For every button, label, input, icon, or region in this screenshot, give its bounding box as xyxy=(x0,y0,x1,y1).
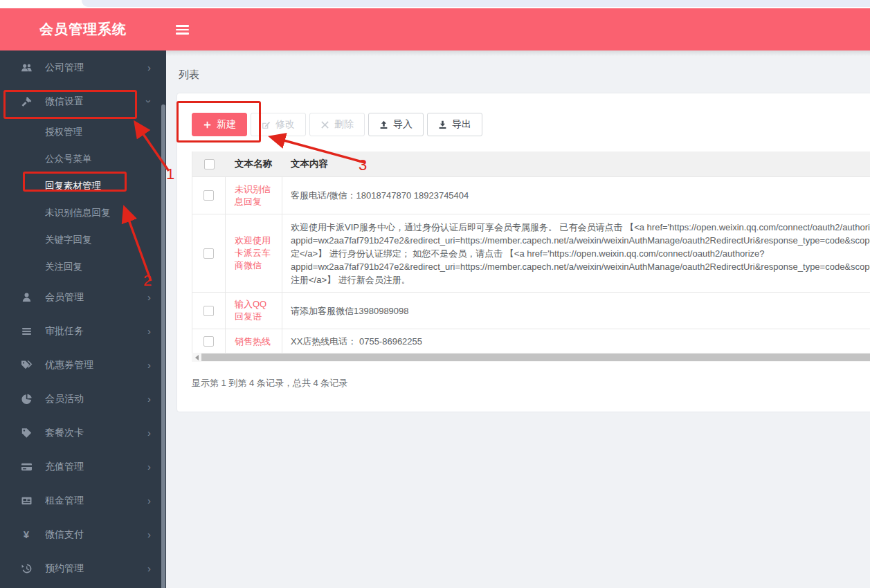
sidebar-submenu: 授权管理公众号菜单回复素材管理未识别信息回复关键字回复关注回复 xyxy=(0,118,166,280)
row-checkbox[interactable] xyxy=(203,306,214,316)
sidebar-menu: 公司管理›微信设置›授权管理公众号菜单回复素材管理未识别信息回复关键字回复关注回… xyxy=(0,50,166,585)
tag-icon xyxy=(20,428,33,439)
sidebar-item-label: 优惠券管理 xyxy=(45,359,93,371)
reply-material-table: 文本名称文本内容未识别信息回复客服电话/微信：18018747870 18923… xyxy=(192,151,870,354)
column-header-label: 文本名称 xyxy=(235,158,272,170)
chevron-right-icon: › xyxy=(147,394,151,404)
cell-text-name: 未识别信息回复 xyxy=(226,177,282,214)
text-name-link[interactable]: 未识别信息回复 xyxy=(235,183,273,208)
row-checkbox-cell xyxy=(192,214,226,292)
tags-icon xyxy=(20,360,33,371)
sidebar-subitem[interactable]: 未识别信息回复 xyxy=(0,199,166,226)
column-header-name: 文本名称 xyxy=(226,158,282,170)
import-icon xyxy=(379,120,388,129)
row-checkbox[interactable] xyxy=(203,248,214,259)
text-name-link[interactable]: 销售热线 xyxy=(235,336,271,348)
header-checkbox-cell xyxy=(192,159,226,169)
button-label: 导入 xyxy=(393,118,413,131)
chevron-right-icon: › xyxy=(147,326,151,336)
toolbar: 新建修改删除导入导出 xyxy=(192,113,482,136)
sidebar-item-label: 公司管理 xyxy=(45,62,84,74)
button-label: 新建 xyxy=(217,118,236,131)
sidebar-item-label: 微信设置 xyxy=(45,95,84,108)
x-icon xyxy=(320,120,329,129)
hamburger-menu-icon[interactable] xyxy=(176,25,189,35)
sidebar-item-7[interactable]: 套餐次卡› xyxy=(0,416,166,450)
sidebar-item-2[interactable]: 微信设置› xyxy=(0,84,166,118)
cell-text-name: 欢迎使用卡派云车商微信 xyxy=(226,214,282,292)
text-name-link[interactable]: 欢迎使用卡派云车商微信 xyxy=(235,235,273,272)
row-checkbox-cell xyxy=(192,177,226,214)
export-button[interactable]: 导出 xyxy=(427,113,482,136)
chevron-right-icon: › xyxy=(147,292,151,302)
table-row: 输入QQ回复语请添加客服微信13980989098 xyxy=(192,293,870,329)
chevron-down-icon: › xyxy=(144,100,154,103)
cell-text-content: 请添加客服微信13980989098 xyxy=(282,293,870,329)
cell-text-content: 欢迎使用卡派VIP服务中心，通过身份认证后即可享会员专属服务。 已有会员请点击 … xyxy=(282,214,870,292)
app-title: 会员管理系统 xyxy=(0,8,166,50)
export-icon xyxy=(438,120,447,129)
app-header: 会员管理系统 xyxy=(0,8,870,50)
sidebar-subitem[interactable]: 关键字回复 xyxy=(0,226,166,253)
new-button[interactable]: 新建 xyxy=(192,113,247,136)
wrench-icon xyxy=(20,96,33,107)
list-panel: 新建修改删除导入导出 文本名称文本内容未识别信息回复客服电话/微信：180187… xyxy=(176,93,870,412)
scroll-left-arrow-icon[interactable] xyxy=(192,353,201,362)
row-checkbox[interactable] xyxy=(203,336,214,347)
sidebar-scrollbar-thumb[interactable] xyxy=(161,104,165,588)
sidebar-subitem[interactable]: 授权管理 xyxy=(0,118,166,145)
content-line: 欢迎使用卡派VIP服务中心，通过身份认证后即可享会员专属服务。 已有会员请点击 … xyxy=(291,221,870,234)
import-button[interactable]: 导入 xyxy=(368,113,424,136)
content-line: appid=wx2aa7faf791b247e2&redirect_uri=ht… xyxy=(291,260,870,273)
sidebar-item-11[interactable]: 预约管理› xyxy=(0,551,166,585)
edit-button[interactable]: 修改 xyxy=(251,113,306,136)
sidebar-subitem[interactable]: 关注回复 xyxy=(0,253,166,280)
sidebar-subitem[interactable]: 回复素材管理 xyxy=(0,172,166,199)
sidebar-item-9[interactable]: 租金管理› xyxy=(0,484,166,517)
cell-text-name: 输入QQ回复语 xyxy=(226,293,282,329)
sidebar: 公司管理›微信设置›授权管理公众号菜单回复素材管理未识别信息回复关键字回复关注回… xyxy=(0,50,166,588)
sidebar-item-label: 套餐次卡 xyxy=(45,427,84,439)
sidebar-item-10[interactable]: ¥微信支付› xyxy=(0,517,166,551)
plus-icon xyxy=(203,120,212,129)
pagination-summary: 显示第 1 到第 4 条记录，总共 4 条记录 xyxy=(192,377,347,389)
content-line: 请添加客服微信13980989098 xyxy=(291,304,870,318)
sidebar-item-label: 预约管理 xyxy=(45,562,84,575)
sidebar-item-label: 审批任务 xyxy=(45,325,84,338)
table-header-row: 文本名称文本内容 xyxy=(192,151,870,177)
content-line: XX店热线电话： 0755-86962255 xyxy=(291,335,870,348)
text-name-link[interactable]: 输入QQ回复语 xyxy=(235,298,273,323)
sidebar-item-8[interactable]: 充值管理› xyxy=(0,450,166,484)
chevron-right-icon: › xyxy=(147,461,151,472)
content-line: 客服电话/微信：18018747870 18923745404 xyxy=(291,189,870,202)
browser-tab-strip xyxy=(0,0,870,8)
scrollbar-thumb[interactable] xyxy=(201,353,870,361)
yen-icon: ¥ xyxy=(20,529,33,540)
newspaper-icon xyxy=(20,495,33,506)
chevron-right-icon: › xyxy=(147,360,151,370)
button-label: 修改 xyxy=(275,118,295,131)
table-row: 欢迎使用卡派云车商微信欢迎使用卡派VIP服务中心，通过身份认证后即可享会员专属服… xyxy=(192,214,870,293)
chevron-right-icon: › xyxy=(147,62,151,73)
cell-text-content: XX店热线电话： 0755-86962255 xyxy=(282,329,870,353)
sidebar-subitem[interactable]: 公众号菜单 xyxy=(0,145,166,172)
sidebar-item-6[interactable]: 会员活动› xyxy=(0,382,166,416)
sidebar-item-1[interactable]: 公司管理› xyxy=(0,50,166,84)
history-icon xyxy=(20,563,33,574)
sidebar-item-4[interactable]: 审批任务› xyxy=(0,314,166,348)
breadcrumb: 列表 xyxy=(179,68,199,82)
delete-button[interactable]: 删除 xyxy=(309,113,365,136)
chevron-right-icon: › xyxy=(147,428,151,438)
sidebar-item-label: 微信支付 xyxy=(45,529,84,541)
sidebar-item-label: 租金管理 xyxy=(45,495,84,507)
sidebar-item-5[interactable]: 优惠券管理› xyxy=(0,348,166,382)
credit-card-icon xyxy=(20,461,33,472)
browser-tabbar-background xyxy=(82,0,870,7)
sidebar-item-label: 充值管理 xyxy=(45,461,84,473)
sidebar-item-label: 会员管理 xyxy=(45,291,84,304)
table-row: 销售热线XX店热线电话： 0755-86962255 xyxy=(192,329,870,354)
select-all-checkbox[interactable] xyxy=(204,159,215,169)
row-checkbox[interactable] xyxy=(203,190,214,201)
table-horizontal-scrollbar[interactable] xyxy=(192,353,870,362)
sidebar-item-3[interactable]: 会员管理› xyxy=(0,280,166,314)
